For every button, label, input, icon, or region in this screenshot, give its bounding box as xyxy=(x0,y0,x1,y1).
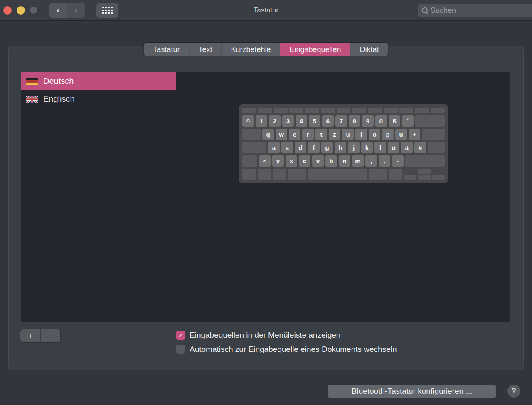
key-y: y xyxy=(272,155,284,167)
key-7: 7 xyxy=(335,115,347,127)
configure-bluetooth-keyboard-button[interactable]: Bluetooth-Tastatur konfigurieren ... xyxy=(328,385,496,398)
gb-flag-icon xyxy=(26,96,38,103)
key-5: 5 xyxy=(309,115,320,127)
key-ä: ä xyxy=(401,142,413,153)
input-source-label: Englisch xyxy=(43,94,75,104)
remove-input-source-button[interactable]: − xyxy=(40,329,60,342)
search-icon xyxy=(421,7,428,14)
option-left-key xyxy=(273,169,286,180)
key-k: k xyxy=(361,142,373,153)
autoswitch-checkbox-label: Automatisch zur Eingabequelle eines Doku… xyxy=(190,345,397,354)
key-9: 9 xyxy=(362,115,374,127)
search-field[interactable] xyxy=(418,4,532,17)
key-u: u xyxy=(342,129,354,140)
autoswitch-checkbox[interactable] xyxy=(176,345,185,354)
menubar-checkbox[interactable]: ✓ xyxy=(176,331,185,340)
key-a: a xyxy=(268,142,280,153)
function-key xyxy=(352,108,366,113)
key-q: q xyxy=(262,129,274,140)
key-ö: ö xyxy=(388,142,399,153)
key-g: g xyxy=(321,142,333,153)
key-ü: ü xyxy=(395,129,407,140)
tab-eingabequellen[interactable]: Eingabequellen xyxy=(280,43,350,56)
de-flag-icon xyxy=(26,78,38,85)
key-x: x xyxy=(286,155,297,167)
key-n: n xyxy=(339,155,350,167)
input-source-list: DeutschEnglisch xyxy=(21,72,176,322)
back-button[interactable]: ‹ xyxy=(49,3,67,18)
function-key xyxy=(415,108,429,113)
return-key xyxy=(428,142,445,153)
arrow-left-key xyxy=(404,169,416,180)
key-d: d xyxy=(295,142,306,153)
tab-bar: TastaturTextKurzbefehleEingabequellenDik… xyxy=(144,43,388,56)
key-2: 2 xyxy=(269,115,281,127)
key-b: b xyxy=(325,155,337,167)
function-key xyxy=(337,108,351,113)
key-z: z xyxy=(329,129,340,140)
space-key xyxy=(308,169,367,180)
key-i: i xyxy=(355,129,367,140)
key-t: t xyxy=(315,129,327,140)
key-r: r xyxy=(302,129,314,140)
keyboard-layout-preview: ^1234567890ß´qwertzuiopü+asdfghjklöä#<yx… xyxy=(239,104,448,183)
key-e: e xyxy=(289,129,300,140)
key-w: w xyxy=(276,129,287,140)
content-panel: DeutschEnglisch ^1234567890ß´qwertzuiopü… xyxy=(21,72,510,322)
add-input-source-button[interactable]: + xyxy=(20,329,40,342)
key-v: v xyxy=(312,155,324,167)
key-<: < xyxy=(259,155,271,167)
function-key xyxy=(289,108,303,113)
fn-key xyxy=(242,169,256,180)
help-button[interactable]: ? xyxy=(507,385,520,398)
add-remove-group: + − xyxy=(20,329,60,342)
tab-kurzbefehle[interactable]: Kurzbefehle xyxy=(221,43,280,56)
key-^: ^ xyxy=(242,115,254,127)
key-0: 0 xyxy=(375,115,387,127)
command-left-key xyxy=(288,169,306,180)
key-f: f xyxy=(308,142,320,153)
key-j: j xyxy=(348,142,360,153)
key-o: o xyxy=(369,129,380,140)
key-m: m xyxy=(352,155,364,167)
key-4: 4 xyxy=(296,115,307,127)
tab-diktat[interactable]: Diktat xyxy=(350,43,388,56)
backspace-key xyxy=(415,115,445,127)
forward-button: › xyxy=(67,3,85,18)
search-input[interactable] xyxy=(431,6,526,15)
function-key xyxy=(258,108,272,113)
key-+: + xyxy=(409,129,420,140)
input-source-row-englisch[interactable]: Englisch xyxy=(21,90,176,108)
key-8: 8 xyxy=(349,115,360,127)
key-´: ´ xyxy=(402,115,414,127)
key-,: , xyxy=(365,155,377,167)
minimize-button[interactable] xyxy=(17,6,25,15)
key-6: 6 xyxy=(322,115,334,127)
shift-right-key xyxy=(405,155,445,167)
key--: - xyxy=(392,155,404,167)
return-key xyxy=(422,129,445,140)
function-key xyxy=(321,108,335,113)
titlebar: ‹ › Tastatur xyxy=(0,0,532,21)
checkbox-row-autoswitch: Automatisch zur Eingabequelle eines Doku… xyxy=(176,345,397,354)
shift-left-key xyxy=(242,155,257,167)
function-key xyxy=(384,108,398,113)
key-.: . xyxy=(379,155,390,167)
capslock-key xyxy=(242,142,266,153)
key-p: p xyxy=(382,129,394,140)
input-source-row-deutsch[interactable]: Deutsch xyxy=(21,72,176,90)
show-all-button[interactable] xyxy=(96,3,118,18)
arrow-right-key xyxy=(432,169,445,180)
key-ß: ß xyxy=(389,115,400,127)
function-key xyxy=(305,108,319,113)
function-key xyxy=(368,108,382,113)
close-button[interactable] xyxy=(3,6,12,15)
tab-tastatur[interactable]: Tastatur xyxy=(144,43,189,56)
key-s: s xyxy=(281,142,293,153)
input-source-label: Deutsch xyxy=(43,76,74,86)
key-l: l xyxy=(374,142,386,153)
function-key xyxy=(399,108,414,113)
function-key xyxy=(242,108,256,113)
zoom-button-disabled xyxy=(30,7,37,14)
tab-text[interactable]: Text xyxy=(189,43,221,56)
